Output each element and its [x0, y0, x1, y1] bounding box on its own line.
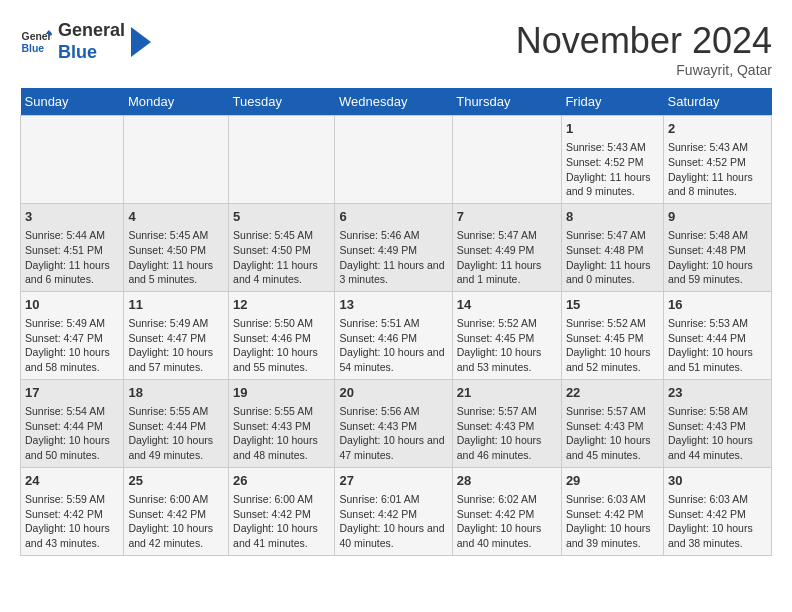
- day-info: Sunrise: 5:56 AM Sunset: 4:43 PM Dayligh…: [339, 404, 447, 463]
- calendar-day-cell: 30Sunrise: 6:03 AM Sunset: 4:42 PM Dayli…: [664, 467, 772, 555]
- logo-general: General: [58, 20, 125, 42]
- day-info: Sunrise: 5:47 AM Sunset: 4:49 PM Dayligh…: [457, 228, 557, 287]
- calendar-day-cell: 27Sunrise: 6:01 AM Sunset: 4:42 PM Dayli…: [335, 467, 452, 555]
- calendar-week-row: 17Sunrise: 5:54 AM Sunset: 4:44 PM Dayli…: [21, 379, 772, 467]
- calendar-week-row: 3Sunrise: 5:44 AM Sunset: 4:51 PM Daylig…: [21, 203, 772, 291]
- day-info: Sunrise: 5:51 AM Sunset: 4:46 PM Dayligh…: [339, 316, 447, 375]
- calendar-day-cell: 23Sunrise: 5:58 AM Sunset: 4:43 PM Dayli…: [664, 379, 772, 467]
- day-number: 4: [128, 208, 224, 226]
- day-info: Sunrise: 5:43 AM Sunset: 4:52 PM Dayligh…: [668, 140, 767, 199]
- weekday-header: Tuesday: [229, 88, 335, 116]
- calendar-day-cell: 5Sunrise: 5:45 AM Sunset: 4:50 PM Daylig…: [229, 203, 335, 291]
- day-info: Sunrise: 5:54 AM Sunset: 4:44 PM Dayligh…: [25, 404, 119, 463]
- calendar-day-cell: 13Sunrise: 5:51 AM Sunset: 4:46 PM Dayli…: [335, 291, 452, 379]
- day-number: 25: [128, 472, 224, 490]
- calendar-day-cell: 7Sunrise: 5:47 AM Sunset: 4:49 PM Daylig…: [452, 203, 561, 291]
- day-info: Sunrise: 5:59 AM Sunset: 4:42 PM Dayligh…: [25, 492, 119, 551]
- day-number: 21: [457, 384, 557, 402]
- day-number: 17: [25, 384, 119, 402]
- day-number: 23: [668, 384, 767, 402]
- day-number: 22: [566, 384, 659, 402]
- weekday-header: Wednesday: [335, 88, 452, 116]
- calendar-week-row: 1Sunrise: 5:43 AM Sunset: 4:52 PM Daylig…: [21, 116, 772, 204]
- day-info: Sunrise: 5:45 AM Sunset: 4:50 PM Dayligh…: [128, 228, 224, 287]
- calendar-day-cell: 26Sunrise: 6:00 AM Sunset: 4:42 PM Dayli…: [229, 467, 335, 555]
- calendar-day-cell: 16Sunrise: 5:53 AM Sunset: 4:44 PM Dayli…: [664, 291, 772, 379]
- day-info: Sunrise: 5:55 AM Sunset: 4:44 PM Dayligh…: [128, 404, 224, 463]
- day-info: Sunrise: 5:55 AM Sunset: 4:43 PM Dayligh…: [233, 404, 330, 463]
- day-info: Sunrise: 5:46 AM Sunset: 4:49 PM Dayligh…: [339, 228, 447, 287]
- day-number: 29: [566, 472, 659, 490]
- calendar-day-cell: [229, 116, 335, 204]
- calendar-week-row: 10Sunrise: 5:49 AM Sunset: 4:47 PM Dayli…: [21, 291, 772, 379]
- day-number: 20: [339, 384, 447, 402]
- day-number: 7: [457, 208, 557, 226]
- calendar-day-cell: 3Sunrise: 5:44 AM Sunset: 4:51 PM Daylig…: [21, 203, 124, 291]
- calendar-day-cell: 10Sunrise: 5:49 AM Sunset: 4:47 PM Dayli…: [21, 291, 124, 379]
- day-number: 27: [339, 472, 447, 490]
- day-number: 16: [668, 296, 767, 314]
- calendar-day-cell: 11Sunrise: 5:49 AM Sunset: 4:47 PM Dayli…: [124, 291, 229, 379]
- day-info: Sunrise: 5:45 AM Sunset: 4:50 PM Dayligh…: [233, 228, 330, 287]
- location: Fuwayrit, Qatar: [516, 62, 772, 78]
- day-info: Sunrise: 5:48 AM Sunset: 4:48 PM Dayligh…: [668, 228, 767, 287]
- calendar-day-cell: [335, 116, 452, 204]
- day-info: Sunrise: 5:52 AM Sunset: 4:45 PM Dayligh…: [566, 316, 659, 375]
- logo-blue: Blue: [58, 42, 125, 64]
- day-info: Sunrise: 6:02 AM Sunset: 4:42 PM Dayligh…: [457, 492, 557, 551]
- day-number: 1: [566, 120, 659, 138]
- day-info: Sunrise: 6:01 AM Sunset: 4:42 PM Dayligh…: [339, 492, 447, 551]
- day-number: 28: [457, 472, 557, 490]
- day-info: Sunrise: 5:47 AM Sunset: 4:48 PM Dayligh…: [566, 228, 659, 287]
- calendar-day-cell: [452, 116, 561, 204]
- calendar-day-cell: 2Sunrise: 5:43 AM Sunset: 4:52 PM Daylig…: [664, 116, 772, 204]
- calendar-day-cell: 12Sunrise: 5:50 AM Sunset: 4:46 PM Dayli…: [229, 291, 335, 379]
- day-number: 8: [566, 208, 659, 226]
- weekday-header: Monday: [124, 88, 229, 116]
- calendar-day-cell: 18Sunrise: 5:55 AM Sunset: 4:44 PM Dayli…: [124, 379, 229, 467]
- logo: General Blue General Blue: [20, 20, 151, 63]
- day-number: 9: [668, 208, 767, 226]
- weekday-header: Thursday: [452, 88, 561, 116]
- calendar-day-cell: [124, 116, 229, 204]
- logo-arrow-icon: [131, 27, 151, 57]
- calendar-day-cell: 28Sunrise: 6:02 AM Sunset: 4:42 PM Dayli…: [452, 467, 561, 555]
- calendar-day-cell: 15Sunrise: 5:52 AM Sunset: 4:45 PM Dayli…: [561, 291, 663, 379]
- day-info: Sunrise: 5:50 AM Sunset: 4:46 PM Dayligh…: [233, 316, 330, 375]
- day-number: 15: [566, 296, 659, 314]
- calendar-day-cell: 19Sunrise: 5:55 AM Sunset: 4:43 PM Dayli…: [229, 379, 335, 467]
- day-number: 26: [233, 472, 330, 490]
- svg-marker-4: [131, 27, 151, 57]
- day-info: Sunrise: 5:57 AM Sunset: 4:43 PM Dayligh…: [566, 404, 659, 463]
- day-info: Sunrise: 6:03 AM Sunset: 4:42 PM Dayligh…: [566, 492, 659, 551]
- day-number: 2: [668, 120, 767, 138]
- weekday-header: Friday: [561, 88, 663, 116]
- day-number: 18: [128, 384, 224, 402]
- day-number: 10: [25, 296, 119, 314]
- calendar-day-cell: 9Sunrise: 5:48 AM Sunset: 4:48 PM Daylig…: [664, 203, 772, 291]
- calendar-week-row: 24Sunrise: 5:59 AM Sunset: 4:42 PM Dayli…: [21, 467, 772, 555]
- day-info: Sunrise: 6:00 AM Sunset: 4:42 PM Dayligh…: [128, 492, 224, 551]
- weekday-header: Sunday: [21, 88, 124, 116]
- calendar-day-cell: 24Sunrise: 5:59 AM Sunset: 4:42 PM Dayli…: [21, 467, 124, 555]
- day-info: Sunrise: 5:58 AM Sunset: 4:43 PM Dayligh…: [668, 404, 767, 463]
- calendar-day-cell: 17Sunrise: 5:54 AM Sunset: 4:44 PM Dayli…: [21, 379, 124, 467]
- day-info: Sunrise: 5:43 AM Sunset: 4:52 PM Dayligh…: [566, 140, 659, 199]
- day-info: Sunrise: 5:53 AM Sunset: 4:44 PM Dayligh…: [668, 316, 767, 375]
- calendar-day-cell: 14Sunrise: 5:52 AM Sunset: 4:45 PM Dayli…: [452, 291, 561, 379]
- day-info: Sunrise: 5:44 AM Sunset: 4:51 PM Dayligh…: [25, 228, 119, 287]
- calendar-day-cell: 6Sunrise: 5:46 AM Sunset: 4:49 PM Daylig…: [335, 203, 452, 291]
- calendar-day-cell: 4Sunrise: 5:45 AM Sunset: 4:50 PM Daylig…: [124, 203, 229, 291]
- calendar-day-cell: 22Sunrise: 5:57 AM Sunset: 4:43 PM Dayli…: [561, 379, 663, 467]
- logo-icon: General Blue: [20, 26, 52, 58]
- calendar-day-cell: 8Sunrise: 5:47 AM Sunset: 4:48 PM Daylig…: [561, 203, 663, 291]
- calendar-day-cell: [21, 116, 124, 204]
- day-number: 14: [457, 296, 557, 314]
- page-header: General Blue General Blue November 2024 …: [20, 20, 772, 78]
- month-title: November 2024: [516, 20, 772, 62]
- calendar-day-cell: 29Sunrise: 6:03 AM Sunset: 4:42 PM Dayli…: [561, 467, 663, 555]
- day-number: 24: [25, 472, 119, 490]
- calendar-day-cell: 20Sunrise: 5:56 AM Sunset: 4:43 PM Dayli…: [335, 379, 452, 467]
- weekday-header: Saturday: [664, 88, 772, 116]
- day-number: 30: [668, 472, 767, 490]
